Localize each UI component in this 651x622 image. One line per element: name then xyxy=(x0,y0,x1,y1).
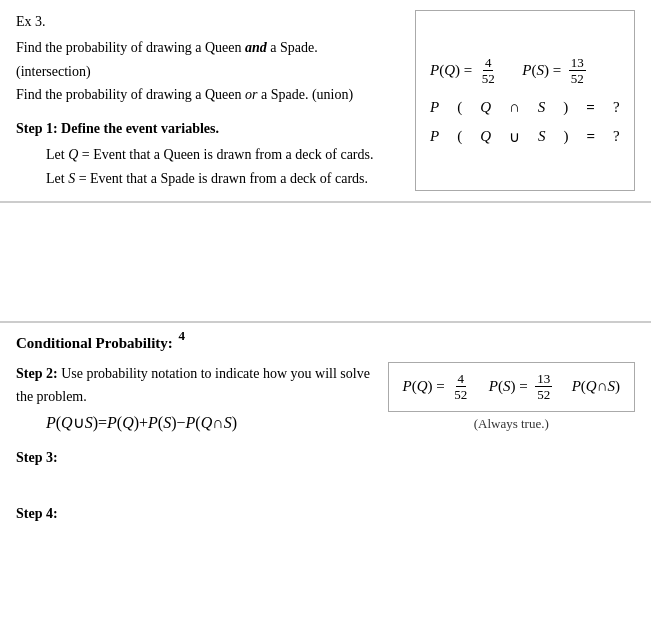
step2-pintersect: P(Q∩S) xyxy=(564,378,620,395)
bottom-section: Conditional Probability: 4 Step 2: Use p… xyxy=(0,323,651,535)
problem1-line: Find the probability of drawing a Queen … xyxy=(16,36,405,60)
step3-label: Step 3: xyxy=(16,450,635,466)
top-section: Ex 3. Find the probability of drawing a … xyxy=(0,0,651,203)
step2-left: Step 2: Use probability notation to indi… xyxy=(16,362,388,445)
or-word: or xyxy=(245,87,257,102)
step2-ps-frac: 13 52 xyxy=(535,371,552,403)
prob-given-line: P(Q) = 4 52 P(S) = 13 52 xyxy=(430,55,620,87)
intersection-label: (intersection) xyxy=(16,60,405,84)
step2-right: P(Q) = 4 52 P(S) = 13 52 P(Q∩S) xyxy=(388,362,635,432)
cond-prob-title: Conditional Probability: 4 xyxy=(16,335,635,352)
letQ-line: Let Q = Event that a Queen is drawn from… xyxy=(46,143,405,167)
ex-title: Ex 3. xyxy=(16,10,405,34)
right-box: P(Q) = 4 52 P(S) = 13 52 P(Q∩S) = ? P(Q∪… xyxy=(415,10,635,191)
step4-label: Step 4: xyxy=(16,506,635,522)
left-text: Ex 3. Find the probability of drawing a … xyxy=(16,10,405,191)
ps-label: P(S) = 13 52 xyxy=(515,55,586,87)
pq-label: P(Q) = 4 52 xyxy=(430,55,497,87)
pq-fraction: 4 52 xyxy=(480,55,497,87)
and-word: and xyxy=(245,40,267,55)
middle-spacer xyxy=(0,203,651,323)
ps-fraction: 13 52 xyxy=(569,55,586,87)
problem2-line: Find the probability of drawing a Queen … xyxy=(16,83,405,107)
letS-line: Let S = Event that a Spade is drawn from… xyxy=(46,167,405,191)
intersection-question: P(Q∩S) = ? xyxy=(430,99,620,116)
formula-line: P(Q∪S)=P(Q)+P(S)−P(Q∩S) xyxy=(46,413,388,432)
union-question: P(Q∪S) = ? xyxy=(430,128,620,146)
always-true: (Always true.) xyxy=(388,414,635,432)
step2-ps: P(S) = 13 52 xyxy=(481,371,552,403)
step1-label: Step 1: Define the event variables. xyxy=(16,117,405,141)
step2-pq: P(Q) = 4 52 xyxy=(403,371,470,403)
step2-row: Step 2: Use probability notation to indi… xyxy=(16,362,635,445)
step2-prob-box: P(Q) = 4 52 P(S) = 13 52 P(Q∩S) xyxy=(388,362,635,412)
superscript-4: 4 xyxy=(179,328,186,343)
step2-bold: Step 2: xyxy=(16,366,58,381)
step2-pq-frac: 4 52 xyxy=(452,371,469,403)
step2-text-line: Step 2: Use probability notation to indi… xyxy=(16,362,388,410)
